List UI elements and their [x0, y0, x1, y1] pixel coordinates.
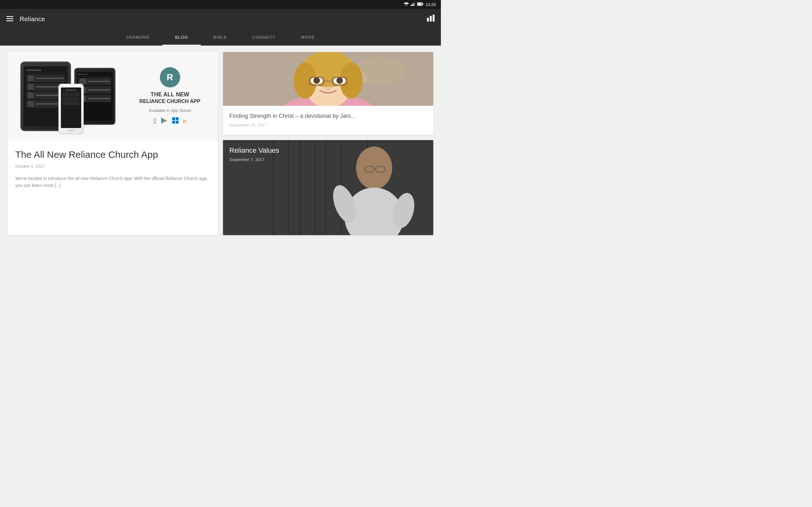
featured-post-title: The All New Reliance Church App — [15, 148, 210, 161]
screen-row — [78, 78, 111, 85]
app-name-line2: RELIANCE CHURCH APP — [139, 98, 200, 104]
video-background: Reliance Values September 7, 2017 — [223, 140, 433, 235]
signal-icon — [411, 2, 415, 7]
side-post-1-title: Finding Strength in Christ – a devotiona… — [229, 112, 427, 120]
wifi-icon — [404, 2, 409, 7]
svg-rect-3 — [414, 2, 415, 6]
status-bar: 10:26 — [0, 0, 441, 9]
phone-row — [62, 93, 80, 96]
svg-rect-20 — [176, 121, 179, 124]
status-time: 10:26 — [425, 2, 436, 7]
tab-blog[interactable]: BLOG — [162, 29, 201, 46]
video-card-text: Reliance Values September 7, 2017 — [229, 147, 279, 162]
svg-rect-17 — [172, 117, 175, 120]
windows-store-icon[interactable] — [172, 117, 179, 125]
svg-rect-11 — [430, 16, 432, 21]
app-name-block: THE ALL NEW RELIANCE CHURCH APP — [139, 91, 200, 104]
side-post-1-body: Finding Strength in Christ – a devotiona… — [223, 106, 433, 135]
featured-post-card[interactable]: SERMONS — [8, 52, 218, 235]
screen-row — [26, 74, 65, 82]
svg-rect-10 — [427, 18, 429, 21]
app-logo-icon: R — [160, 67, 180, 88]
tab-sermons[interactable]: SERMONS — [113, 29, 162, 46]
battery-icon — [417, 2, 423, 7]
video-card-date: September 7, 2017 — [229, 157, 279, 162]
device-phone: SERMONS — [58, 83, 84, 134]
svg-rect-51 — [325, 140, 327, 235]
side-post-1-image — [223, 52, 433, 106]
amazon-store-icon[interactable]: a — [183, 117, 186, 124]
app-bar: Reliance — [0, 9, 441, 29]
phone-home-button — [68, 130, 74, 131]
featured-post-excerpt: We're excited to introduce the all new R… — [15, 175, 210, 189]
app-title: Reliance — [20, 15, 45, 23]
featured-card-body: The All New Reliance Church App October … — [8, 141, 218, 198]
tab-bible[interactable]: BIBLE — [201, 29, 240, 46]
side-post-1-date: September 20, 2017 — [229, 123, 427, 127]
blog-content: SERMONS — [0, 46, 441, 241]
svg-rect-2 — [413, 3, 414, 6]
svg-rect-1 — [412, 4, 413, 6]
hamburger-menu-icon[interactable] — [6, 15, 13, 23]
status-icons: 10:26 — [404, 2, 436, 7]
svg-rect-12 — [433, 14, 435, 21]
app-name-line1: THE ALL NEW — [139, 91, 200, 98]
svg-rect-0 — [411, 5, 412, 6]
svg-rect-7 — [6, 16, 13, 17]
featured-post-image: SERMONS — [8, 52, 218, 141]
svg-rect-5 — [423, 3, 423, 5]
svg-rect-6 — [418, 3, 422, 5]
medium-screen-header: Reliance — [78, 73, 111, 77]
svg-rect-19 — [172, 121, 175, 124]
svg-rect-9 — [6, 20, 13, 21]
app-promo-info: R THE ALL NEW RELIANCE CHURCH APP Availa… — [135, 67, 205, 125]
phone-header: SERMONS — [62, 89, 80, 92]
svg-rect-18 — [176, 117, 179, 120]
apple-store-icon[interactable]:  — [154, 117, 156, 125]
app-available-text: Available in App Stores — [149, 108, 191, 113]
video-card-title: Reliance Values — [229, 147, 279, 155]
svg-point-33 — [336, 77, 343, 84]
svg-rect-50 — [299, 140, 300, 235]
devices-mockup: SERMONS — [20, 58, 128, 134]
tab-connect[interactable]: CONNECT — [240, 29, 288, 46]
nav-tabs: SERMONS BLOG BIBLE CONNECT MORE — [0, 29, 441, 46]
tab-more[interactable]: MORE — [288, 29, 327, 46]
phone-screen: SERMONS — [61, 88, 81, 128]
store-icons-group:  — [154, 117, 186, 125]
side-post-2-card[interactable]: Reliance Values September 7, 2017 — [223, 140, 433, 235]
phone-row — [62, 97, 80, 101]
google-play-icon[interactable] — [161, 117, 168, 125]
featured-post-date: October 1, 2017 — [15, 164, 210, 169]
svg-rect-8 — [6, 18, 13, 19]
screen-header: SERMONS — [26, 69, 65, 73]
app-bar-left: Reliance — [6, 15, 45, 23]
person-image — [223, 52, 433, 106]
side-post-1-card[interactable]: Finding Strength in Christ – a devotiona… — [223, 52, 433, 135]
phone-row — [62, 101, 80, 105]
bar-chart-icon[interactable] — [427, 14, 435, 23]
right-column: Finding Strength in Christ – a devotiona… — [223, 52, 433, 235]
svg-point-32 — [313, 77, 320, 84]
